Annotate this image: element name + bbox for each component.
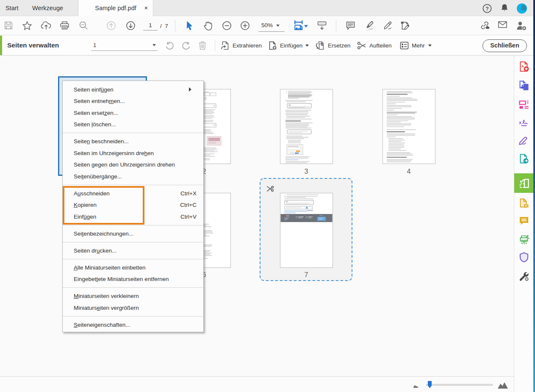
svg-text:?: ? [485,6,489,12]
svg-text:A: A [521,64,524,68]
svg-text:x: x [519,120,522,125]
